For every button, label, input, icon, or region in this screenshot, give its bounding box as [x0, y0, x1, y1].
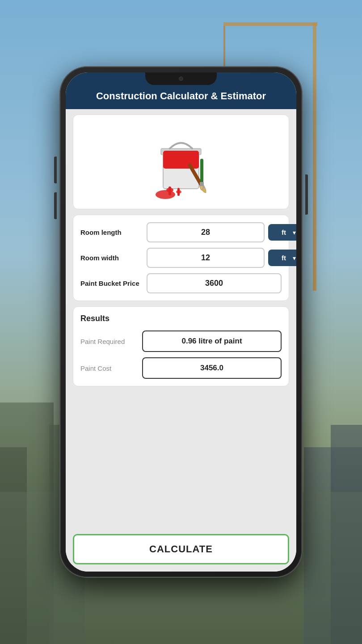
room-width-input[interactable]: [147, 248, 265, 268]
input-card: Room length ft m cm in Room width: [73, 215, 289, 301]
room-width-label: Room width: [80, 254, 143, 262]
paint-cost-value: 3456.0: [142, 357, 282, 379]
calculate-btn-container: CALCULATE: [73, 534, 289, 564]
svg-rect-1: [313, 22, 316, 291]
results-card: Results Paint Required 0.96 litre of pai…: [73, 306, 289, 386]
app-title: Construction Calculator & Estimator: [75, 90, 287, 102]
room-width-row: Room width ft m cm in: [80, 248, 282, 268]
room-length-row: Room length ft m cm in: [80, 222, 282, 242]
svg-rect-20: [200, 159, 203, 183]
paint-price-label: Paint Bucket Price: [80, 280, 143, 287]
svg-rect-12: [163, 151, 199, 169]
paint-required-row: Paint Required 0.96 litre of paint: [80, 330, 282, 352]
room-length-unit-select[interactable]: ft m cm in: [268, 224, 296, 241]
paint-bucket-illustration: [143, 124, 219, 200]
paint-price-row: Paint Bucket Price: [80, 273, 282, 293]
svg-rect-16: [177, 188, 180, 196]
calculate-button[interactable]: CALCULATE: [73, 534, 289, 564]
room-length-input[interactable]: [147, 222, 265, 242]
notch: [145, 72, 217, 85]
paint-cost-row: Paint Cost 3456.0: [80, 357, 282, 379]
results-title: Results: [80, 314, 282, 323]
room-length-label: Room length: [80, 229, 143, 236]
paint-cost-label: Paint Cost: [80, 364, 139, 372]
paint-required-value: 0.96 litre of paint: [142, 330, 282, 352]
paint-image-card: [73, 114, 289, 209]
svg-rect-2: [223, 22, 317, 26]
room-width-unit-wrapper[interactable]: ft m cm in: [268, 250, 296, 266]
svg-rect-21: [200, 182, 204, 186]
svg-point-17: [156, 190, 175, 199]
app-content: Room length ft m cm in Room width: [66, 109, 296, 572]
room-width-unit-select[interactable]: ft m cm in: [268, 250, 296, 266]
room-length-unit-wrapper[interactable]: ft m cm in: [268, 224, 296, 241]
content-spacer: [66, 392, 296, 529]
paint-required-label: Paint Required: [80, 338, 139, 345]
camera-dot: [179, 76, 183, 81]
paint-price-input[interactable]: [147, 273, 282, 293]
